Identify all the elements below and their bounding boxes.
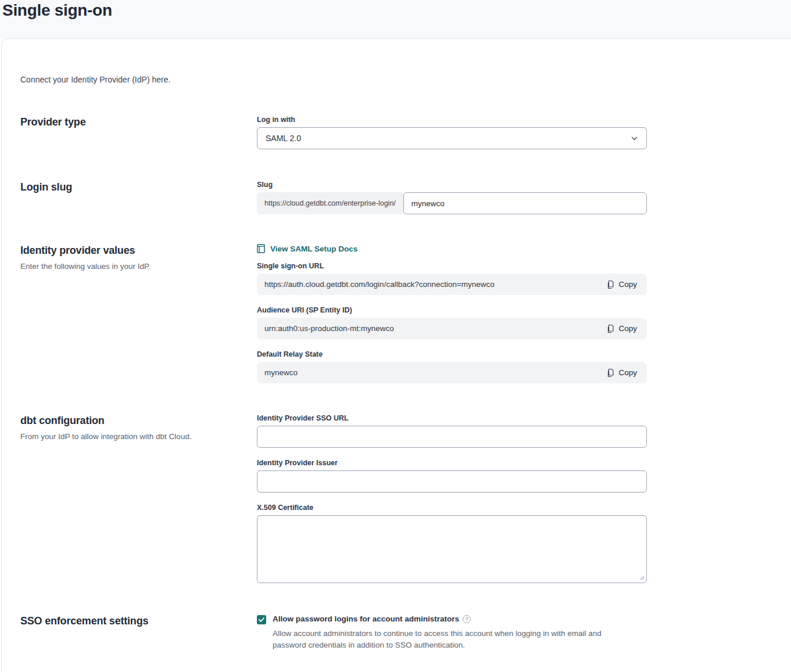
page-header: Single sign-on	[0, 0, 791, 38]
sso-url-row: https://auth.cloud.getdbt.com/login/call…	[257, 274, 647, 295]
dbt-config-subheading: From your IdP to allow integration with …	[20, 432, 257, 441]
section-identity-provider-values: Identity provider values Enter the follo…	[20, 244, 791, 383]
sso-url-field: Single sign-on URL https://auth.cloud.ge…	[257, 262, 647, 295]
login-with-select[interactable]: SAML 2.0	[257, 127, 647, 149]
slug-input[interactable]	[403, 192, 647, 214]
copy-audience-uri-button[interactable]: Copy	[606, 324, 637, 333]
audience-uri-label: Audience URI (SP Entity ID)	[257, 306, 647, 314]
relay-state-value: mynewco	[264, 368, 298, 377]
slug-input-group: https://cloud.getdbt.com/enterprise-logi…	[257, 192, 647, 214]
copy-relay-state-button[interactable]: Copy	[606, 368, 637, 378]
sso-url-label: Single sign-on URL	[257, 262, 647, 270]
dbt-config-heading: dbt configuration	[20, 415, 257, 427]
copy-icon	[606, 280, 614, 289]
login-with-selected-value: SAML 2.0	[266, 134, 301, 143]
section-sso-enforcement: SSO enforcement settings Allow password …	[20, 614, 791, 651]
idp-sso-url-input[interactable]	[257, 426, 647, 448]
relay-state-field: Default Relay State mynewco Copy	[257, 350, 647, 383]
idp-values-subheading: Enter the following values in your IdP.	[20, 262, 257, 271]
copy-sso-url-button[interactable]: Copy	[606, 280, 637, 289]
view-saml-setup-docs-link[interactable]: View SAML Setup Docs	[257, 244, 357, 253]
chevron-down-icon	[631, 136, 638, 141]
copy-button-label: Copy	[618, 324, 637, 333]
slug-url-prefix: https://cloud.getdbt.com/enterprise-logi…	[257, 192, 403, 214]
idp-sso-url-field: Identity Provider SSO URL	[257, 414, 647, 448]
allow-password-logins-description: Allow account administrators to continue…	[273, 628, 632, 651]
check-icon	[259, 617, 264, 622]
idp-issuer-field: Identity Provider Issuer	[257, 459, 647, 493]
section-login-slug: Login slug Slug https://cloud.getdbt.com…	[20, 181, 791, 214]
page-title: Single sign-on	[0, 0, 791, 20]
allow-password-logins-label[interactable]: Allow password logins for account admini…	[273, 614, 471, 623]
relay-state-label: Default Relay State	[257, 350, 647, 358]
certificate-textarea[interactable]	[257, 515, 647, 583]
idp-issuer-input[interactable]	[257, 470, 647, 493]
settings-card: Connect your Identity Provider (IdP) her…	[1, 38, 791, 672]
copy-icon	[606, 324, 614, 333]
idp-issuer-label: Identity Provider Issuer	[257, 459, 647, 467]
section-dbt-configuration: dbt configuration From your IdP to allow…	[20, 414, 791, 583]
allow-password-logins-checkbox[interactable]	[257, 615, 266, 624]
certificate-field: X.509 Certificate	[257, 504, 647, 583]
sso-settings-page: Single sign-on Connect your Identity Pro…	[0, 0, 791, 672]
copy-icon	[606, 368, 614, 378]
idp-sso-url-label: Identity Provider SSO URL	[257, 414, 647, 422]
idp-values-heading: Identity provider values	[20, 245, 257, 257]
copy-button-label: Copy	[618, 368, 637, 377]
resize-handle-icon[interactable]	[640, 576, 645, 580]
slug-label: Slug	[257, 181, 647, 189]
intro-text: Connect your Identity Provider (IdP) her…	[20, 75, 791, 84]
audience-uri-row: urn:auth0:us-production-mt:mynewco Copy	[257, 318, 647, 339]
login-with-label: Log in with	[257, 116, 647, 124]
sso-url-value: https://auth.cloud.getdbt.com/login/call…	[264, 280, 495, 289]
login-slug-heading: Login slug	[20, 181, 257, 193]
provider-type-heading: Provider type	[20, 116, 257, 128]
relay-state-row: mynewco Copy	[257, 362, 647, 383]
help-icon[interactable]: ?	[463, 615, 471, 623]
sso-enforcement-heading: SSO enforcement settings	[20, 615, 257, 627]
audience-uri-value: urn:auth0:us-production-mt:mynewco	[264, 324, 394, 333]
audience-uri-field: Audience URI (SP Entity ID) urn:auth0:us…	[257, 306, 647, 339]
section-provider-type: Provider type Log in with SAML 2.0	[20, 116, 791, 149]
docs-link-label: View SAML Setup Docs	[270, 245, 357, 253]
certificate-label: X.509 Certificate	[257, 504, 647, 512]
docs-icon	[257, 244, 265, 253]
copy-button-label: Copy	[618, 280, 637, 289]
